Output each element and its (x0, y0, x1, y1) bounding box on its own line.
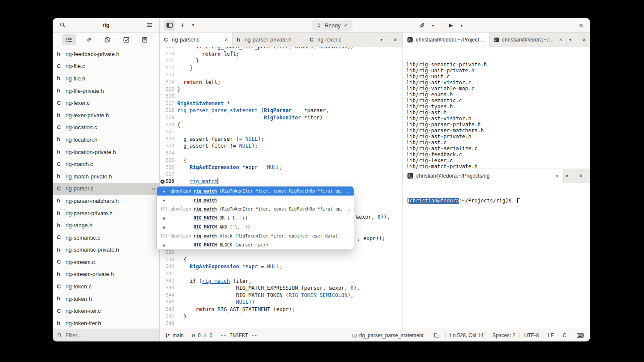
indentation-setting[interactable]: Spaces: 2 (492, 332, 515, 338)
file-row[interactable]: hrig-lexer-private.h (53, 109, 159, 122)
filter-search-icon (57, 332, 63, 338)
rocket-icon (419, 22, 426, 29)
file-row[interactable]: hrig-token.h (53, 293, 159, 305)
terminal-tab-list-dropdown[interactable]: ▾ (567, 34, 574, 45)
close-icon[interactable]: × (224, 36, 228, 43)
line-ending-setting[interactable]: LF (548, 332, 554, 338)
close-icon[interactable]: × (555, 173, 559, 179)
close-frame-button[interactable]: × (392, 34, 399, 45)
encoding-setting[interactable]: UTF-8 (524, 332, 539, 338)
function-icon: ƒ() (160, 207, 168, 211)
file-row[interactable]: hrig-file.h (53, 72, 159, 85)
terminal-tab-label: christian@fedora:~/Projects/rig (416, 37, 485, 43)
run-button[interactable]: ▶ (445, 20, 456, 31)
run-view-button[interactable] (83, 34, 95, 45)
file-row[interactable]: hrig-location.h (53, 134, 159, 146)
new-page-button[interactable]: + (177, 20, 188, 31)
file-row[interactable]: Crig-stream.c (53, 256, 159, 268)
file-row[interactable]: hrig-stream-private.h (53, 268, 159, 281)
completion-item[interactable]: ƒ()gboolean rig_match_block (RigTokenIte… (157, 231, 354, 240)
line-number: 524 (160, 150, 174, 157)
terminal-close-frame-button[interactable]: × (581, 34, 587, 45)
notes-view-button[interactable] (139, 34, 150, 45)
toggle-sidebar-button[interactable] (164, 20, 175, 31)
language-setting[interactable]: C (563, 332, 566, 338)
check-square-icon (123, 36, 130, 43)
terminal-tab[interactable]: christian@fedora:~/Projects/rig × (403, 169, 564, 183)
gnome-builder-window: rig + (53, 18, 590, 341)
file-name: rig-file.h (66, 75, 85, 82)
file-row[interactable]: Crig-token-iter.c (53, 305, 159, 317)
current-symbol[interactable]: ƒ() rig_parser_parse_statement (351, 332, 423, 338)
tests-view-button[interactable] (121, 34, 132, 45)
code-line: 524 (160, 150, 402, 157)
line-number: 541 (160, 270, 174, 278)
main-header: + ▾ Ready ✓ (160, 18, 590, 32)
file-row[interactable]: hrig-parser-matchers.h (53, 195, 159, 207)
code-line: 509 if (!rig_token_iter_peek (iter, &tok… (160, 47, 402, 50)
run-dropdown[interactable]: ▾ (458, 20, 465, 31)
file-row[interactable]: Crig-parser.c○ (53, 183, 159, 195)
terminal-top[interactable]: lib/rig-semantic-private.hlib/rig-unit-p… (403, 47, 590, 169)
completion-item[interactable]: ⊕ RIG_MATCH_AND (_l, _r) (157, 223, 354, 231)
file-row[interactable]: hrig-range.h (53, 219, 159, 231)
build-dropdown[interactable]: ▾ (429, 20, 436, 31)
file-row[interactable]: hrig-match-private.h (53, 170, 159, 183)
completion-item[interactable]: ⊕ RIG_MATCH_OR (_l, _r) (157, 214, 354, 223)
keyboard-settings-button[interactable] (575, 331, 585, 340)
sidebar-header: rig (53, 18, 160, 32)
terminal-tab[interactable]: christian@fedora:~/Projects/rig (403, 33, 490, 47)
build-button[interactable] (417, 20, 428, 31)
editor-tab[interactable]: hrig-parser-private.h (233, 33, 305, 47)
terminal-line: lib/rig-unit.c (406, 74, 590, 80)
code-line: 510 return left; (160, 50, 402, 58)
terminal-bottom-close-frame-button[interactable]: × (577, 170, 584, 181)
terminal-line: lib/rig-variable-map.c (406, 86, 590, 92)
code-line: 526 RigAstExpression *expr = NULL; (160, 164, 402, 171)
completion-item[interactable]: ⊕ RIG_MATCH_BLOCK (parser, ptr) (157, 240, 354, 249)
cursor-position[interactable]: Ln 528, Col 14 (450, 332, 483, 338)
file-row[interactable]: hrig-semantic-private.h (53, 244, 159, 256)
outline-view-button[interactable] (62, 34, 76, 45)
close-icon[interactable]: × (559, 36, 562, 43)
warning-count: 0 (210, 332, 213, 338)
file-row[interactable]: hrig-parser-private.h (53, 207, 159, 220)
code-line: 542 if (rig_match (iter, (160, 278, 402, 285)
file-row[interactable]: Crig-lexer.c (53, 97, 159, 109)
window-close-button[interactable]: × (575, 20, 587, 31)
completion-item[interactable]: ★gboolean rig_match (RigTokenIter *iter,… (157, 187, 354, 196)
file-row[interactable]: Crig-semantic.c (53, 231, 159, 244)
project-folder-button[interactable] (432, 331, 441, 340)
branch-indicator[interactable]: main (165, 332, 184, 338)
completion-item[interactable]: ƒ()gboolean rig_match (RigTokenIter *ite… (157, 205, 354, 214)
line-number: 525 (160, 157, 174, 164)
file-type-icon: h (57, 247, 62, 253)
editor-tab[interactable]: Crig-parser.c× (160, 33, 233, 47)
file-row[interactable]: hrig-feedback-private.h (53, 48, 159, 60)
menu-button[interactable] (144, 20, 155, 31)
completion-item[interactable]: ★ rig_match (157, 196, 354, 205)
diagnostics-view-button[interactable] (102, 34, 113, 45)
tab-list-dropdown[interactable]: ▾ (378, 34, 385, 45)
editor-tab[interactable]: Crig-lexer.c (305, 33, 378, 47)
terminal-bottom[interactable]: [christian@fedora:~/Projects/rig]$ (403, 183, 590, 329)
file-type-icon: h (57, 51, 62, 57)
terminal-bottom-tab-list-dropdown[interactable]: ▾ (564, 170, 570, 181)
file-row[interactable]: Crig-file.c (53, 60, 159, 73)
search-button[interactable] (57, 20, 68, 31)
omnibar[interactable]: Ready ✓ (312, 20, 352, 31)
filter-input[interactable] (66, 332, 143, 338)
file-row[interactable]: hrig-file-private.h (53, 85, 159, 97)
diagnostics-indicator[interactable]: ⊖ 0 ⚠ 0 (191, 332, 212, 338)
file-name: rig-parser-private.h (66, 210, 113, 217)
sidebar: hrig-feedback-private.hCrig-file.chrig-f… (53, 33, 160, 329)
terminal-tab[interactable]: christian@fedora:~/Projects× (490, 33, 567, 47)
tab-label: rig-parser.c (172, 36, 200, 43)
new-page-dropdown[interactable]: ▾ (190, 20, 197, 31)
file-row[interactable]: Crig-token.c (53, 280, 159, 293)
file-row[interactable]: Crig-location.c (53, 122, 159, 134)
file-row[interactable]: hrig-token-iter.h (53, 317, 159, 329)
file-row[interactable]: hrig-location-private.h (53, 146, 159, 158)
code-line: 527 (160, 171, 402, 178)
file-row[interactable]: Crig-match.c (53, 158, 159, 170)
